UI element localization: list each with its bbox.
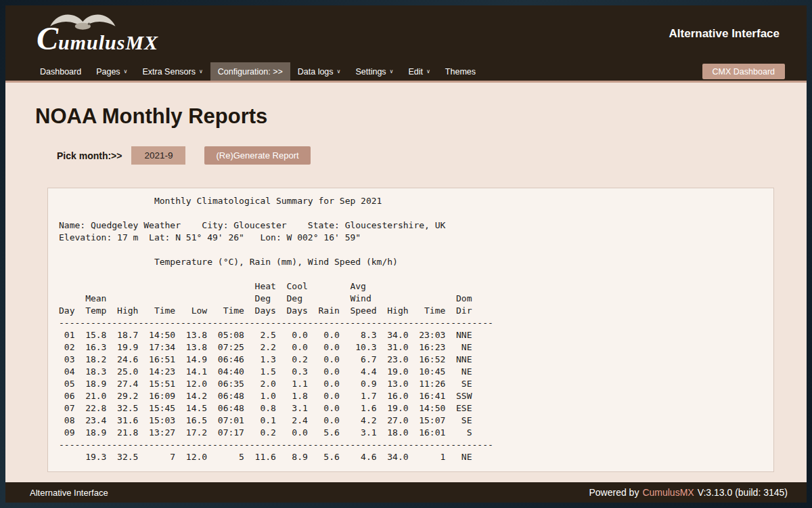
footer-right: Powered by CumulusMX V:3.13.0 (build: 31… xyxy=(589,487,788,498)
nav-item-edit[interactable]: Edit∨ xyxy=(401,62,437,81)
chevron-down-icon: ∨ xyxy=(426,68,430,75)
page-title: NOAA Monthly Reports xyxy=(35,104,807,129)
nav-item-label: Settings xyxy=(355,67,386,77)
nav-item-pages[interactable]: Pages∨ xyxy=(89,62,135,81)
chevron-down-icon: ∨ xyxy=(390,68,394,75)
cumulusmx-link[interactable]: CumulusMX xyxy=(642,487,694,498)
header-title: Alternative Interface xyxy=(669,27,780,41)
chevron-down-icon: ∨ xyxy=(199,68,203,75)
brand-logo[interactable]: CumulusMX xyxy=(37,13,158,55)
month-input[interactable] xyxy=(131,146,185,165)
report-controls: Pick month:>> (Re)Generate Report xyxy=(57,146,807,165)
app-window: CumulusMX Alternative Interface Dashboar… xyxy=(5,5,807,503)
header: CumulusMX Alternative Interface xyxy=(5,5,807,62)
powered-by-text: Powered by xyxy=(589,487,639,498)
pick-month-label: Pick month:>> xyxy=(57,150,122,161)
nav-item-label: Pages xyxy=(96,67,120,77)
generate-report-button[interactable]: (Re)Generate Report xyxy=(204,146,310,165)
nav-item-label: Edit xyxy=(408,67,423,77)
chevron-down-icon: ∨ xyxy=(337,68,341,75)
nav-item-settings[interactable]: Settings∨ xyxy=(348,62,401,81)
nav-item-label: Data logs xyxy=(298,67,334,77)
footer-left-text: Alternative Interface xyxy=(30,488,108,498)
version-text: V:3.13.0 (build: 3145) xyxy=(698,487,788,498)
nav-bar: DashboardPages∨Extra Sensors∨Configurati… xyxy=(5,62,807,81)
brand-initial: C xyxy=(37,20,58,56)
nav-item-extra-sensors[interactable]: Extra Sensors∨ xyxy=(135,62,210,81)
desktop-background: CumulusMX Alternative Interface Dashboar… xyxy=(0,0,812,508)
cmx-dashboard-button[interactable]: CMX Dashboard xyxy=(702,64,785,79)
nav-item-label: Extra Sensors xyxy=(142,67,196,77)
nav-item-themes[interactable]: Themes xyxy=(438,62,483,81)
footer: Alternative Interface Powered by Cumulus… xyxy=(5,482,807,503)
nav-item-label: Themes xyxy=(445,67,476,77)
report-text: Monthly Climatological Summary for Sep 2… xyxy=(59,195,763,463)
nav-item-configuration[interactable]: Configuration: >> xyxy=(210,62,290,81)
brand-name: umulusMX xyxy=(58,31,158,54)
nav-item-dashboard[interactable]: Dashboard xyxy=(32,62,89,81)
report-panel: Monthly Climatological Summary for Sep 2… xyxy=(47,188,774,472)
nav-item-label: Dashboard xyxy=(40,67,81,77)
main-content: NOAA Monthly Reports Pick month:>> (Re)G… xyxy=(5,81,807,482)
nav-item-label: Configuration: >> xyxy=(218,67,283,77)
chevron-down-icon: ∨ xyxy=(124,68,128,75)
nav-items: DashboardPages∨Extra Sensors∨Configurati… xyxy=(32,62,483,81)
nav-item-data-logs[interactable]: Data logs∨ xyxy=(290,62,348,81)
